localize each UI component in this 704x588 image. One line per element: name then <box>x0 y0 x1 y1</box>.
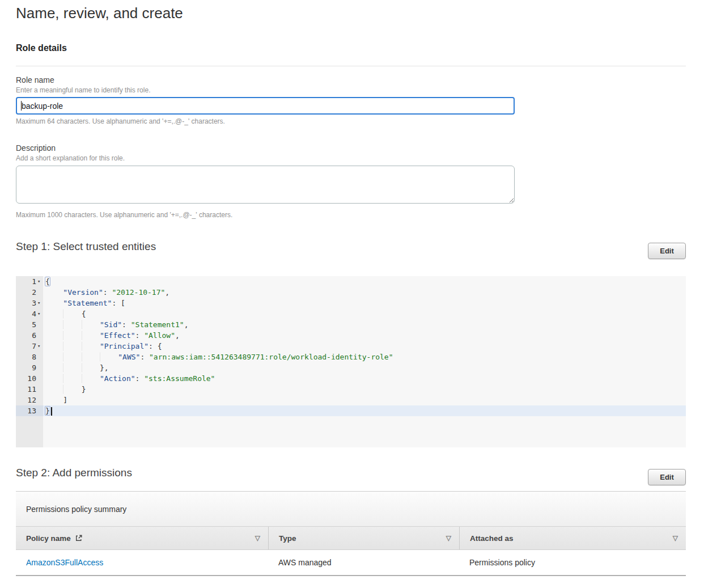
fold-spacer <box>36 373 43 384</box>
trust-policy-editor[interactable]: 1▾{2 "Version": "2012-10-17",3▾ "Stateme… <box>16 276 686 447</box>
fold-arrow-icon[interactable]: ▾ <box>36 308 43 319</box>
sort-icon[interactable]: ▽ <box>673 534 678 542</box>
edit-trusted-entities-button[interactable]: Edit <box>648 243 686 259</box>
editor-line[interactable]: 2 "Version": "2012-10-17", <box>16 287 686 298</box>
editor-cursor <box>51 407 52 416</box>
editor-line[interactable]: 3▾ "Statement": [ <box>16 298 686 308</box>
editor-line-number[interactable]: 1▾ <box>16 276 43 287</box>
editor-line[interactable]: 13} <box>16 405 686 416</box>
editor-line-code: "Version": "2012-10-17", <box>43 287 169 298</box>
editor-line-code: } <box>43 384 86 395</box>
editor-line[interactable]: 7▾ "Principal": { <box>16 341 686 352</box>
editor-line-code: } <box>43 405 52 416</box>
column-header-policy-name[interactable]: Policy name ▽ <box>16 527 268 549</box>
editor-line[interactable]: 6 "Effect": "Allow", <box>16 330 686 341</box>
fold-arrow-icon[interactable]: ▾ <box>36 298 43 308</box>
editor-line-number: 5 <box>16 319 43 330</box>
description-constraint: Maximum 1000 characters. Use alphanumeri… <box>16 211 232 219</box>
editor-line-number: 11 <box>16 384 43 395</box>
fold-spacer <box>36 405 43 416</box>
edit-permissions-button[interactable]: Edit <box>648 469 686 485</box>
editor-line[interactable]: 4▾ { <box>16 308 686 319</box>
editor-line-number[interactable]: 3▾ <box>16 298 43 308</box>
editor-line-code: { <box>43 308 86 319</box>
fold-arrow-icon[interactable]: ▾ <box>36 276 43 287</box>
description-label: Description <box>16 143 56 153</box>
editor-line-number: 9 <box>16 362 43 373</box>
permissions-table-body: AmazonS3FullAccessAWS managedPermissions… <box>16 550 686 576</box>
editor-line-code: "AWS": "arn:aws:iam::541263489771:role/w… <box>43 352 393 362</box>
table-row: AmazonS3FullAccessAWS managedPermissions… <box>16 550 686 576</box>
name-review-create-page: Name, review, and create Role details Ro… <box>0 0 704 588</box>
editor-line[interactable]: 5 "Sid": "Statement1", <box>16 319 686 330</box>
permissions-policy-summary-panel: Permissions policy summary Policy name ▽… <box>16 491 686 576</box>
editor-line[interactable]: 12 ] <box>16 395 686 405</box>
fold-arrow-icon[interactable]: ▾ <box>36 341 43 352</box>
page-title: Name, review, and create <box>16 5 183 22</box>
fold-spacer <box>36 287 43 298</box>
role-name-label: Role name <box>16 75 54 84</box>
permissions-panel-header: Permissions policy summary <box>16 492 686 526</box>
section-divider <box>16 66 686 66</box>
text-cursor <box>21 101 22 111</box>
editor-line-code: { <box>43 276 50 287</box>
editor-line-number: 12 <box>16 395 43 405</box>
role-name-hint: Enter a meaningful name to identify this… <box>16 86 150 94</box>
policy-name-link[interactable]: AmazonS3FullAccess <box>26 558 103 567</box>
policy-editor-lines: 1▾{2 "Version": "2012-10-17",3▾ "Stateme… <box>16 276 686 416</box>
sort-icon[interactable]: ▽ <box>255 534 260 542</box>
description-textarea[interactable] <box>16 166 515 204</box>
permissions-table-header: Policy name ▽ Type ▽ Attached as ▽ <box>16 526 686 550</box>
editor-line-code: }, <box>43 362 109 373</box>
column-header-type[interactable]: Type ▽ <box>268 527 459 549</box>
editor-line-code: "Statement": [ <box>43 298 125 308</box>
editor-line-code: "Sid": "Statement1", <box>43 319 188 330</box>
editor-line[interactable]: 11 } <box>16 384 686 395</box>
step2-heading: Step 2: Add permissions <box>16 467 132 479</box>
column-header-attached-as[interactable]: Attached as ▽ <box>459 527 686 549</box>
fold-spacer <box>36 330 43 341</box>
role-name-constraint: Maximum 64 characters. Use alphanumeric … <box>16 117 225 125</box>
editor-line-number[interactable]: 4▾ <box>16 308 43 319</box>
editor-line[interactable]: 9 }, <box>16 362 686 373</box>
attached-as-cell: Permissions policy <box>459 558 686 567</box>
editor-line-code: "Principal": { <box>43 341 162 352</box>
fold-spacer <box>36 395 43 405</box>
editor-line-number: 13 <box>16 405 43 416</box>
editor-line-number: 8 <box>16 352 43 362</box>
role-name-input-wrap <box>16 97 515 115</box>
editor-line-number[interactable]: 7▾ <box>16 341 43 352</box>
fold-spacer <box>36 319 43 330</box>
editor-line-code: "Effect": "Allow", <box>43 330 180 341</box>
editor-line-code: ] <box>43 395 67 405</box>
editor-line-number: 6 <box>16 330 43 341</box>
editor-line-number: 10 <box>16 373 43 384</box>
permissions-panel-title: Permissions policy summary <box>16 505 126 514</box>
external-link-icon <box>75 534 83 542</box>
editor-line[interactable]: 1▾{ <box>16 276 686 287</box>
sort-icon[interactable]: ▽ <box>446 534 451 542</box>
role-details-heading: Role details <box>16 43 67 53</box>
editor-line-number: 2 <box>16 287 43 298</box>
editor-line[interactable]: 10 "Action": "sts:AssumeRole" <box>16 373 686 384</box>
fold-spacer <box>36 352 43 362</box>
step1-heading: Step 1: Select trusted entities <box>16 240 156 253</box>
fold-spacer <box>36 362 43 373</box>
policy-type-cell: AWS managed <box>268 558 459 567</box>
role-name-input[interactable] <box>16 97 515 115</box>
description-hint: Add a short explanation for this role. <box>16 154 125 162</box>
editor-line[interactable]: 8 "AWS": "arn:aws:iam::541263489771:role… <box>16 352 686 362</box>
editor-line-code: "Action": "sts:AssumeRole" <box>43 373 215 384</box>
fold-spacer <box>36 384 43 395</box>
